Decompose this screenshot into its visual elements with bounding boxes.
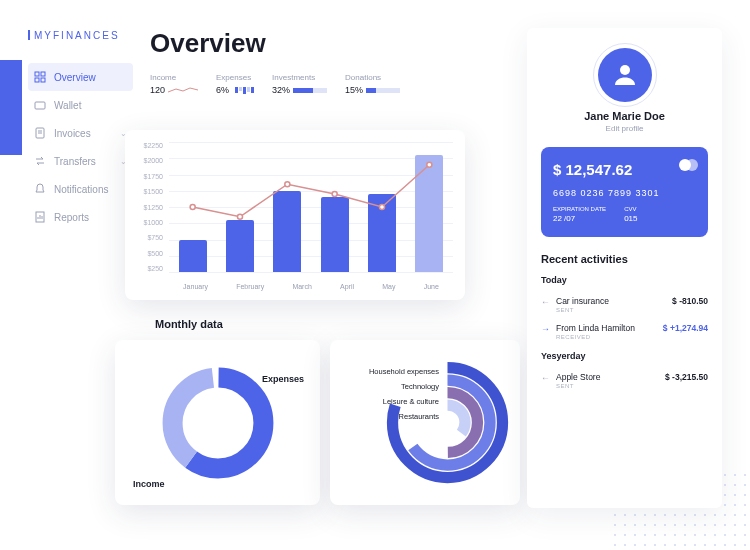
stat-value: 120 [150, 85, 198, 95]
sidebar-item-overview[interactable]: Overview [28, 63, 133, 91]
stat-value: 6% [216, 85, 254, 95]
sidebar-item-wallet[interactable]: Wallet [28, 91, 133, 119]
card-cvv: 015 [624, 214, 637, 223]
stat-value: 32% [272, 85, 327, 95]
bar[interactable] [273, 191, 301, 272]
bell-icon [34, 183, 46, 195]
card-exp: 22 /07 [553, 214, 606, 223]
svg-rect-3 [41, 78, 45, 82]
activity-item[interactable]: ←Apple StoreSENT$ -3,215.50 [541, 367, 708, 394]
edit-profile-link[interactable]: Edit profile [541, 124, 708, 133]
stat-expenses: Expenses 6% [216, 73, 254, 95]
bar[interactable] [179, 240, 207, 273]
credit-card[interactable]: $ 12,547.62 6698 0236 7899 3301 EXPIRATI… [541, 147, 708, 237]
sidebar-item-invoices[interactable]: Invoices⌄ [28, 119, 133, 147]
activity-type: RECEIVED [556, 334, 657, 340]
avatar[interactable] [598, 48, 652, 102]
sidebar-item-notifications[interactable]: Notifications [28, 175, 133, 203]
card-balance: $ 12,547.62 [553, 161, 696, 178]
arrow-left-icon: ← [541, 297, 550, 307]
stat-label: Donations [345, 73, 400, 82]
x-axis: JanuaryFebruaryMarchAprilMayJune [169, 283, 453, 290]
stat-donations: Donations 15% [345, 73, 400, 95]
swap-icon [34, 155, 46, 167]
donut-chart [158, 363, 278, 483]
activity-type: SENT [556, 383, 659, 389]
activity-item[interactable]: ←Car insuranceSENT$ -810.50 [541, 291, 708, 318]
stat-value: 15% [345, 85, 400, 95]
card-exp-label: EXPIRATION DATE [553, 206, 606, 212]
activity-amount: $ +1,274.94 [663, 323, 708, 333]
svg-rect-1 [41, 72, 45, 76]
nav-label: Transfers [54, 156, 96, 167]
activity-name: Car insurance [556, 296, 666, 306]
monthly-data-title: Monthly data [155, 318, 223, 330]
nav-label: Wallet [54, 100, 81, 111]
activity-item[interactable]: →From Linda HamiltonRECEIVED$ +1,274.94 [541, 318, 708, 345]
user-name: Jane Marie Doe [541, 110, 708, 122]
donut-chart-card: Expenses Income [115, 340, 320, 505]
stat-investments: Investments 32% [272, 73, 327, 95]
stat-label: Investments [272, 73, 327, 82]
donut-label-income: Income [133, 479, 165, 489]
nav-label: Overview [54, 72, 96, 83]
activity-amount: $ -810.50 [672, 296, 708, 306]
grid-icon [34, 71, 46, 83]
bar[interactable] [321, 197, 349, 272]
arrow-right-icon: → [541, 324, 550, 334]
radial-chart [385, 360, 510, 485]
svg-rect-2 [35, 78, 39, 82]
svg-rect-4 [35, 102, 45, 109]
sidebar-item-reports[interactable]: Reports [28, 203, 133, 231]
card-cvv-label: CVV [624, 206, 637, 212]
main-content: Overview Income 120 Expenses 6% Investme… [150, 28, 500, 103]
stat-income: Income 120 [150, 73, 198, 95]
svg-point-23 [430, 405, 465, 440]
accent-block [0, 60, 22, 155]
activity-name: From Linda Hamilton [556, 323, 657, 333]
y-axis: $2250$2000$1750$1500$1250$1000$750$500$2… [135, 142, 163, 272]
nav-label: Invoices [54, 128, 91, 139]
bar-chart-card: $2250$2000$1750$1500$1250$1000$750$500$2… [125, 130, 465, 300]
activity-name: Apple Store [556, 372, 659, 382]
stat-label: Income [150, 73, 198, 82]
bar[interactable] [415, 155, 443, 272]
sidebar: MYFINANCES OverviewWalletInvoices⌄Transf… [28, 30, 133, 231]
bars [169, 142, 453, 272]
bar[interactable] [226, 220, 254, 272]
activity-amount: $ -3,215.50 [665, 372, 708, 382]
activity-day: Yesyerday [541, 351, 708, 361]
page-title: Overview [150, 28, 500, 59]
svg-point-24 [620, 65, 630, 75]
bar[interactable] [368, 194, 396, 272]
mastercard-icon [679, 157, 698, 175]
stats-row: Income 120 Expenses 6% Investments 32% D… [150, 73, 500, 95]
nav-label: Notifications [54, 184, 108, 195]
card-number: 6698 0236 7899 3301 [553, 188, 696, 198]
report-icon [34, 211, 46, 223]
radial-chart-card: Household expensesTechnologyLeisure & cu… [330, 340, 520, 505]
sidebar-item-transfers[interactable]: Transfers⌄ [28, 147, 133, 175]
avatar-icon [610, 60, 640, 90]
stat-label: Expenses [216, 73, 254, 82]
recent-activities-title: Recent activities [541, 253, 708, 265]
svg-rect-0 [35, 72, 39, 76]
activity-day: Today [541, 275, 708, 285]
nav-label: Reports [54, 212, 89, 223]
brand-logo: MYFINANCES [28, 30, 133, 41]
right-panel: Jane Marie Doe Edit profile $ 12,547.62 … [527, 28, 722, 508]
arrow-left-icon: ← [541, 373, 550, 383]
activity-type: SENT [556, 307, 666, 313]
wallet-icon [34, 99, 46, 111]
doc-icon [34, 127, 46, 139]
donut-label-expenses: Expenses [262, 374, 304, 384]
chart-plot [169, 142, 453, 272]
